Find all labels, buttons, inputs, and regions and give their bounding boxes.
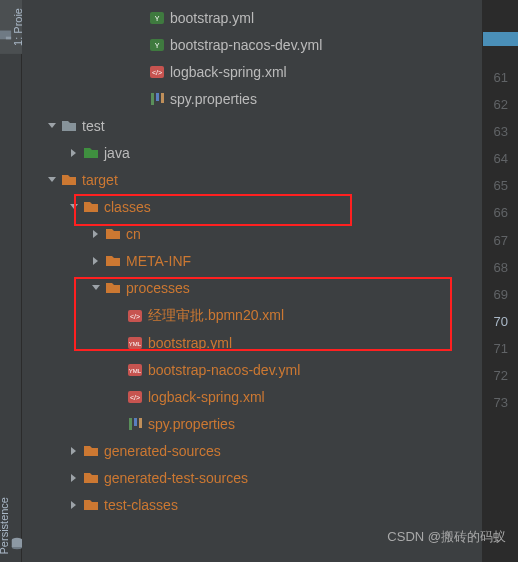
tree-row[interactable]: classes xyxy=(22,194,482,221)
tab-label: Persistence xyxy=(0,497,10,554)
svg-text:</>: </> xyxy=(130,313,140,320)
tree-row[interactable]: YMLbootstrap.yml xyxy=(22,329,482,356)
yml-icon: Y xyxy=(148,10,166,26)
folder-gray-icon xyxy=(60,118,78,134)
svg-rect-21 xyxy=(134,418,137,426)
folder-ex-icon xyxy=(82,470,100,486)
tree-row[interactable]: generated-test-sources xyxy=(22,465,482,492)
tree-item-label: 经理审批.bpmn20.xml xyxy=(148,307,284,325)
tree-item-label: test xyxy=(82,118,105,134)
svg-text:YML: YML xyxy=(129,368,142,374)
editor-gutter: 61626364656667686970717273 xyxy=(483,0,518,562)
tree-row[interactable]: spy.properties xyxy=(22,410,482,437)
tree-row[interactable]: </>经理审批.bpmn20.xml xyxy=(22,302,482,329)
watermark-text: CSDN @搬砖的码蚁 xyxy=(387,528,506,546)
svg-rect-1 xyxy=(5,37,10,40)
props-icon xyxy=(148,91,166,107)
expand-icon[interactable] xyxy=(44,121,60,131)
svg-text:Y: Y xyxy=(155,15,160,22)
tree-item-label: bootstrap-nacos-dev.yml xyxy=(170,37,322,53)
expand-icon[interactable] xyxy=(66,202,82,212)
folder-ex-icon xyxy=(60,172,78,188)
expand-icon[interactable] xyxy=(66,473,82,483)
line-number: 64 xyxy=(483,145,518,172)
tree-row[interactable]: Ybootstrap-nacos-dev.yml xyxy=(22,31,482,58)
line-number: 66 xyxy=(483,199,518,226)
tree-item-label: test-classes xyxy=(104,497,178,513)
line-number: 72 xyxy=(483,362,518,389)
yml-icon: Y xyxy=(148,37,166,53)
svg-rect-22 xyxy=(139,418,142,428)
expand-icon[interactable] xyxy=(88,229,104,239)
folder-ex-icon xyxy=(104,280,122,296)
tree-row[interactable]: cn xyxy=(22,221,482,248)
tool-window-tabs: 1: Proje Persistence xyxy=(0,0,22,562)
project-icon xyxy=(0,28,12,42)
line-number: 71 xyxy=(483,335,518,362)
tree-item-label: target xyxy=(82,172,118,188)
tree-row[interactable]: processes xyxy=(22,275,482,302)
line-number: 73 xyxy=(483,389,518,416)
xml-icon: </> xyxy=(148,64,166,80)
expand-icon[interactable] xyxy=(88,283,104,293)
line-number: 68 xyxy=(483,254,518,281)
tree-row[interactable]: test xyxy=(22,112,482,139)
tree-row[interactable]: generated-sources xyxy=(22,438,482,465)
xml-icon: </> xyxy=(126,389,144,405)
tree-item-label: classes xyxy=(104,199,151,215)
folder-ex-icon xyxy=(82,443,100,459)
svg-text:YML: YML xyxy=(129,341,142,347)
yml2-icon: YML xyxy=(126,335,144,351)
expand-icon[interactable] xyxy=(66,500,82,510)
folder-ex-icon xyxy=(104,226,122,242)
svg-text:</>: </> xyxy=(152,69,162,76)
tree-item-label: bootstrap.yml xyxy=(148,335,232,351)
tree-row[interactable]: </>logback-spring.xml xyxy=(22,383,482,410)
expand-icon[interactable] xyxy=(44,175,60,185)
tree-item-label: META-INF xyxy=(126,253,191,269)
tree-row[interactable]: Ybootstrap.yml xyxy=(22,4,482,31)
tree-item-label: bootstrap.yml xyxy=(170,10,254,26)
folder-green-icon xyxy=(82,145,100,161)
tree-item-label: cn xyxy=(126,226,141,242)
tree-item-label: logback-spring.xml xyxy=(148,389,265,405)
tree-item-label: logback-spring.xml xyxy=(170,64,287,80)
folder-ex-icon xyxy=(82,497,100,513)
svg-text:Y: Y xyxy=(155,42,160,49)
yml2-icon: YML xyxy=(126,362,144,378)
tree-row[interactable]: target xyxy=(22,167,482,194)
folder-ex-icon xyxy=(82,199,100,215)
line-number: 69 xyxy=(483,281,518,308)
tree-row[interactable]: java xyxy=(22,139,482,166)
svg-rect-20 xyxy=(129,418,132,430)
tree-row[interactable]: </>logback-spring.xml xyxy=(22,58,482,85)
tree-item-label: processes xyxy=(126,280,190,296)
tree-item-label: generated-sources xyxy=(104,443,221,459)
line-number: 63 xyxy=(483,118,518,145)
svg-text:</>: </> xyxy=(130,394,140,401)
tree-row[interactable]: test-classes xyxy=(22,492,482,519)
tree-row[interactable]: YMLbootstrap-nacos-dev.yml xyxy=(22,356,482,383)
line-number: 67 xyxy=(483,227,518,254)
tree-item-label: generated-test-sources xyxy=(104,470,248,486)
expand-icon[interactable] xyxy=(88,256,104,266)
xml-icon: </> xyxy=(126,308,144,324)
line-number: 61 xyxy=(483,64,518,91)
tree-row[interactable]: META-INF xyxy=(22,248,482,275)
line-number: 65 xyxy=(483,172,518,199)
tree-row[interactable]: spy.properties xyxy=(22,85,482,112)
tree-item-label: bootstrap-nacos-dev.yml xyxy=(148,362,300,378)
props-icon xyxy=(126,416,144,432)
expand-icon[interactable] xyxy=(66,446,82,456)
tree-item-label: spy.properties xyxy=(170,91,257,107)
project-tree[interactable]: Ybootstrap.ymlYbootstrap-nacos-dev.yml</… xyxy=(22,0,483,562)
expand-icon[interactable] xyxy=(66,148,82,158)
tree-item-label: java xyxy=(104,145,130,161)
tree-item-label: spy.properties xyxy=(148,416,235,432)
svg-rect-9 xyxy=(151,93,154,105)
line-number: 70 xyxy=(483,308,518,335)
gutter-header xyxy=(483,32,518,46)
svg-rect-11 xyxy=(161,93,164,103)
folder-ex-icon xyxy=(104,253,122,269)
line-number: 62 xyxy=(483,91,518,118)
